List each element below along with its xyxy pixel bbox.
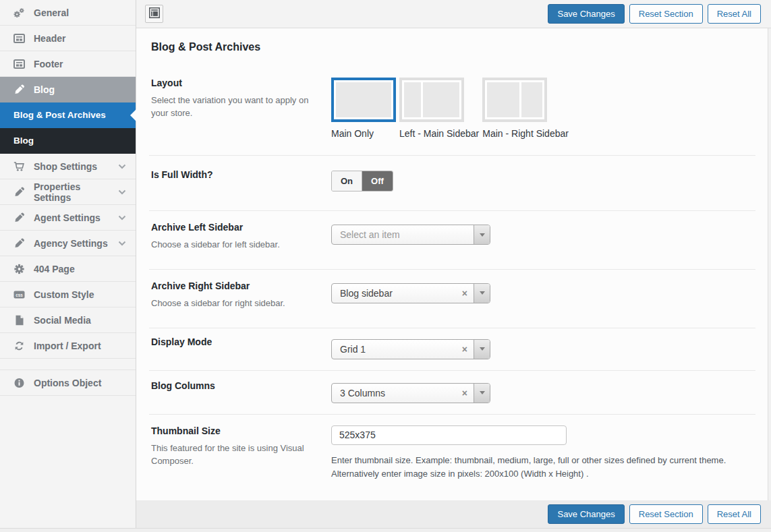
sync-icon: [13, 341, 25, 351]
field-label: Thumbnail Size: [151, 425, 314, 436]
caret-down-icon: [480, 391, 485, 394]
screen-icon: [13, 59, 25, 69]
sidebar-item-label: Options Object: [34, 378, 101, 388]
select-value: Grid 1: [340, 344, 366, 355]
sidebar-item-label: Social Media: [34, 315, 91, 326]
sidebar-item-header[interactable]: Header: [0, 26, 136, 51]
select-dropdown-button[interactable]: [474, 225, 490, 244]
sidebar-item-blog[interactable]: Blog: [0, 77, 136, 102]
options-panel: General Header: [0, 0, 771, 528]
select-dropdown-button[interactable]: [474, 284, 490, 303]
field-description: Select the variation you want to apply o…: [151, 94, 314, 120]
clear-selection-icon[interactable]: ×: [462, 344, 467, 355]
layout-expand-icon: [149, 7, 160, 21]
layout-option-label: Main - Right Sidebar: [482, 128, 569, 139]
display-mode-select[interactable]: Grid 1 ×: [331, 339, 490, 359]
sidebar-item-label: 404 Page: [34, 264, 75, 274]
caret-down-icon: [480, 347, 485, 351]
expand-options-button[interactable]: [145, 5, 163, 23]
reset-section-button[interactable]: Reset Section: [629, 504, 703, 524]
section-content: Blog & Post Archives Layout Select the v…: [136, 28, 768, 500]
chevron-down-icon: [118, 189, 126, 195]
field-description: This featured for the site is using Visu…: [151, 442, 314, 468]
reset-section-button[interactable]: Reset Section: [629, 4, 703, 24]
layout-thumbnail: [331, 78, 396, 122]
layout-thumbnail: [482, 78, 547, 122]
sidebar-item-agent-settings[interactable]: Agent Settings: [0, 205, 136, 231]
thumbnail-size-input[interactable]: [331, 425, 567, 445]
select-dropdown-button[interactable]: [474, 384, 490, 403]
sidebar-item-label: Properties Settings: [34, 181, 118, 203]
blog-columns-select[interactable]: 3 Columns ×: [331, 383, 490, 403]
select-value: Blog sidebar: [340, 288, 393, 299]
toggle-on-button[interactable]: On: [332, 171, 362, 191]
sidebar-item-custom-style[interactable]: css Custom Style: [0, 282, 136, 307]
sidebar-item-options-object[interactable]: Options Object: [0, 370, 136, 396]
chevron-down-icon: [118, 241, 126, 246]
sidebar-item-label: Agency Settings: [34, 238, 108, 249]
layout-option-label: Main Only: [331, 128, 396, 139]
caret-down-icon: [480, 291, 485, 295]
gears-icon: [13, 7, 25, 18]
field-row-blog-columns: Blog Columns 3 Columns ×: [149, 371, 755, 415]
archive-right-sidebar-select[interactable]: Blog sidebar ×: [331, 283, 490, 303]
field-help-text: Enter thumbnail size. Example: thumbnail…: [331, 454, 748, 482]
field-label: Archive Left Sidebar: [151, 222, 314, 233]
clear-selection-icon[interactable]: ×: [462, 288, 467, 299]
sidebar-item-blog-post-archives[interactable]: Blog & Post Archives: [0, 102, 136, 128]
reset-all-button[interactable]: Reset All: [708, 504, 761, 524]
field-label: Blog Columns: [151, 380, 314, 391]
reset-all-button[interactable]: Reset All: [708, 4, 761, 24]
pencil-icon: [13, 187, 25, 198]
sidebar-divider: [0, 359, 136, 370]
sidebar-item-label: Footer: [34, 59, 63, 69]
info-icon: [13, 378, 25, 388]
field-label: Display Mode: [151, 336, 314, 347]
sidebar-item-properties-settings[interactable]: Properties Settings: [0, 179, 136, 205]
layout-image-select: Main Only Left - Main Sidebar Main - Rig…: [331, 78, 755, 139]
select-dropdown-button[interactable]: [474, 340, 490, 359]
toggle-off-button[interactable]: Off: [362, 171, 393, 191]
top-action-bar: Save Changes Reset Section Reset All: [136, 0, 771, 28]
main-area: Save Changes Reset Section Reset All Blo…: [136, 0, 771, 528]
sidebar-item-label: Shop Settings: [34, 161, 97, 172]
sidebar-item-general[interactable]: General: [0, 0, 136, 26]
sidebar-item-footer[interactable]: Footer: [0, 51, 136, 77]
chevron-down-icon: [118, 215, 126, 220]
sidebar-item-404-page[interactable]: 404 Page: [0, 256, 136, 282]
layout-option-left-main-sidebar[interactable]: Left - Main Sidebar: [399, 78, 479, 139]
layout-option-main-right-sidebar[interactable]: Main - Right Sidebar: [482, 78, 569, 139]
sidebar-item-label: Blog & Post Archives: [13, 110, 106, 120]
save-changes-button[interactable]: Save Changes: [548, 4, 624, 24]
sidebar-item-shop-settings[interactable]: Shop Settings: [0, 154, 136, 179]
field-row-layout: Layout Select the variation you want to …: [149, 63, 755, 156]
sidebar-item-blog-sub[interactable]: Blog: [0, 128, 136, 154]
clear-selection-icon[interactable]: ×: [462, 388, 467, 398]
archive-left-sidebar-select[interactable]: Select an item: [331, 225, 490, 245]
sidebar-item-label: Agent Settings: [34, 212, 101, 223]
field-label: Archive Right Sidebar: [151, 280, 314, 291]
field-row-display-mode: Display Mode Grid 1 ×: [149, 328, 755, 371]
sidebar-item-agency-settings[interactable]: Agency Settings: [0, 231, 136, 256]
sidebar-item-label: Import / Export: [34, 341, 101, 351]
layout-option-main-only[interactable]: Main Only: [331, 78, 396, 139]
sidebar-item-label: Header: [34, 33, 65, 44]
sidebar-item-import-export[interactable]: Import / Export: [0, 333, 136, 359]
gear-icon: [13, 264, 25, 274]
layout-thumbnail: [399, 78, 464, 122]
field-row-archive-left-sidebar: Archive Left Sidebar Choose a sidebar fo…: [149, 211, 755, 270]
page-bottom-strip: [0, 528, 771, 532]
sidebar-item-label: General: [34, 7, 69, 18]
select-value: 3 Columns: [340, 388, 385, 398]
field-description: Choose a sidebar for right sidebar.: [151, 297, 314, 310]
svg-text:css: css: [16, 292, 23, 297]
page-title: Blog & Post Archives: [151, 41, 755, 53]
pencil-icon: [13, 212, 25, 223]
field-label: Layout: [151, 78, 314, 88]
sidebar-item-social-media[interactable]: Social Media: [0, 307, 136, 333]
save-changes-button[interactable]: Save Changes: [548, 504, 624, 524]
field-label: Is Full Width?: [151, 169, 314, 180]
field-description: Choose a sidebar for left sidebar.: [151, 239, 314, 252]
layout-option-label: Left - Main Sidebar: [399, 128, 479, 139]
css-icon: css: [13, 289, 25, 300]
